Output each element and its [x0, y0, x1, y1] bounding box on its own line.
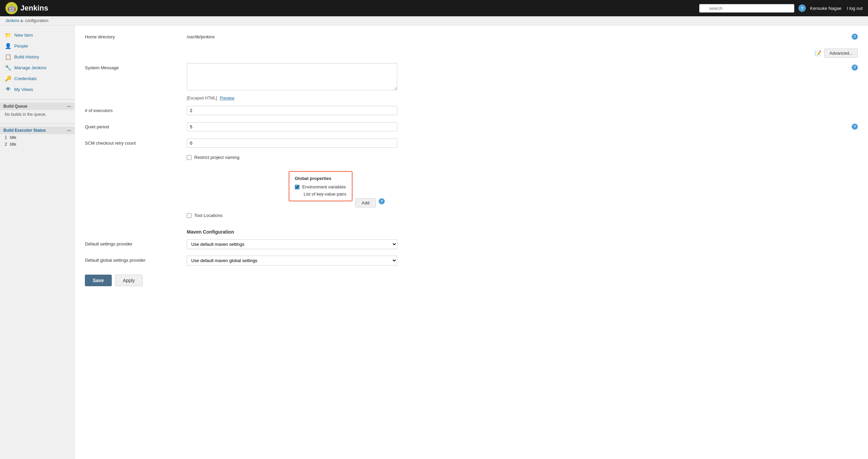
breadcrumb: Jenkins ▶ configuration: [0, 16, 868, 25]
tool-locations-value: Tool Locations: [187, 213, 858, 218]
new-item-icon: 📁: [5, 32, 12, 38]
advanced-button[interactable]: Advanced...: [824, 49, 858, 58]
tool-locations-checkbox[interactable]: [187, 213, 192, 218]
user-name[interactable]: Kensuke Nagae: [810, 6, 842, 11]
build-queue-header: Build Queue —: [0, 103, 74, 110]
sidebar-item-label: My Views: [14, 87, 33, 92]
breadcrumb-current: configuration: [25, 18, 49, 23]
build-queue-section: Build Queue — No builds in the queue.: [0, 99, 74, 119]
home-directory-row: Home directory /var/lib/jenkins ?: [85, 32, 858, 43]
default-settings-select[interactable]: Use default maven settings Other option …: [187, 239, 397, 249]
restrict-project-label: Restrict project naming: [194, 155, 239, 160]
people-icon: 👤: [5, 42, 12, 49]
sidebar-item-label: People: [14, 43, 28, 49]
executor-status-1: Idle: [10, 135, 16, 140]
quiet-period-input[interactable]: [187, 122, 397, 131]
sidebar-item-label: Credentials: [14, 76, 37, 81]
logo[interactable]: 🤖 Jenkins: [5, 2, 48, 14]
restrict-project-value: Restrict project naming: [187, 155, 858, 160]
sidebar-item-manage-jenkins[interactable]: 🔧 Manage Jenkins: [0, 62, 74, 73]
sidebar-item-label: Build History: [14, 54, 39, 59]
restrict-project-checkbox[interactable]: [187, 155, 192, 160]
jenkins-logo-icon: 🤖: [5, 2, 18, 14]
home-directory-label: Home directory: [85, 32, 187, 39]
quiet-period-value: [187, 122, 852, 131]
restrict-project-row: Restrict project naming: [85, 155, 858, 166]
default-settings-value: Use default maven settings Other option …: [187, 239, 858, 249]
build-queue-toggle[interactable]: —: [67, 104, 71, 109]
tool-locations-row: Tool Locations: [85, 213, 858, 224]
build-queue-empty: No builds in the queue.: [0, 110, 74, 119]
quiet-period-help-icon[interactable]: ?: [852, 124, 858, 130]
add-button[interactable]: Add: [355, 198, 376, 207]
system-message-input[interactable]: [187, 63, 397, 90]
advanced-button-label: Advanced...: [829, 51, 853, 56]
escaped-html-row: [Escaped HTML] Preview: [187, 96, 858, 100]
build-queue-title: Build Queue: [3, 104, 28, 109]
save-button[interactable]: Save: [85, 275, 112, 286]
breadcrumb-separator: ▶: [21, 18, 24, 23]
layout: 📁 New Item 👤 People 📋 Build History 🔧 Ma…: [0, 25, 868, 459]
env-variables-row: Environment variables: [295, 184, 346, 189]
home-directory-text: /var/lib/jenkins: [187, 32, 215, 39]
env-variables-label: Environment variables: [302, 184, 346, 189]
search-input[interactable]: [699, 4, 794, 13]
header: 🤖 Jenkins 🔍 ? Kensuke Nagae I log out: [0, 0, 868, 16]
sidebar-item-people[interactable]: 👤 People: [0, 40, 74, 51]
quiet-period-row: Quiet period ?: [85, 122, 858, 133]
env-variables-checkbox[interactable]: [295, 185, 300, 189]
apply-button[interactable]: Apply: [115, 275, 143, 286]
executor-status-2: Idle: [10, 142, 16, 147]
build-executor-toggle[interactable]: —: [67, 128, 71, 133]
scm-checkout-value: [187, 139, 858, 148]
escaped-html-label: [Escaped HTML]: [187, 96, 217, 100]
executor-row-2: 2 Idle: [0, 141, 74, 148]
apply-button-label: Apply: [123, 278, 135, 283]
scm-checkout-input[interactable]: [187, 139, 397, 148]
default-global-settings-row: Default global settings provider Use def…: [85, 256, 858, 267]
default-global-settings-select[interactable]: Use default maven global settings Other …: [187, 256, 397, 265]
search-wrap: 🔍: [699, 4, 794, 13]
sidebar-item-credentials[interactable]: 🔑 Credentials: [0, 73, 74, 84]
global-props-help-icon[interactable]: ?: [379, 198, 385, 204]
executors-input[interactable]: [187, 106, 397, 115]
save-button-label: Save: [93, 278, 104, 283]
add-button-wrap: Add: [355, 171, 376, 207]
sidebar-item-build-history[interactable]: 📋 Build History: [0, 51, 74, 62]
manage-jenkins-icon: 🔧: [5, 64, 12, 71]
key-value-label: List of key-value pairs: [304, 191, 346, 197]
scm-checkout-row: SCM checkout retry count: [85, 139, 858, 149]
logout-link[interactable]: I log out: [847, 6, 863, 11]
system-message-row: System Message ?: [85, 63, 858, 90]
footer-buttons: Save Apply: [85, 275, 858, 286]
sidebar-item-my-views[interactable]: 👁 My Views: [0, 84, 74, 95]
home-directory-help-icon[interactable]: ?: [852, 34, 858, 40]
build-executor-title[interactable]: Build Executor Status: [3, 128, 46, 133]
global-properties-box: Global properties Environment variables …: [289, 171, 352, 201]
my-views-icon: 👁: [5, 86, 12, 93]
executors-value: [187, 106, 858, 115]
sidebar-item-new-item[interactable]: 📁 New Item: [0, 30, 74, 40]
main-content: Home directory /var/lib/jenkins ? 📝 Adva…: [75, 25, 868, 459]
quiet-period-label: Quiet period: [85, 122, 187, 129]
advanced-row: 📝 Advanced...: [85, 49, 858, 58]
preview-link[interactable]: Preview: [220, 96, 234, 100]
sidebar-item-label: Manage Jenkins: [14, 65, 47, 70]
sidebar-item-label: New Item: [14, 33, 33, 38]
add-button-label: Add: [362, 200, 369, 205]
home-directory-value: /var/lib/jenkins: [187, 32, 852, 39]
executors-row: # of executors: [85, 106, 858, 117]
executor-number-1: 1: [5, 135, 7, 140]
breadcrumb-home[interactable]: Jenkins: [5, 18, 19, 23]
help-icon[interactable]: ?: [798, 4, 806, 12]
global-properties-container: Global properties Environment variables …: [85, 171, 858, 207]
executor-row-1: 1 Idle: [0, 134, 74, 141]
default-settings-row: Default settings provider Use default ma…: [85, 239, 858, 250]
system-message-help-icon[interactable]: ?: [852, 65, 858, 71]
build-history-icon: 📋: [5, 53, 12, 60]
default-settings-label: Default settings provider: [85, 239, 187, 246]
system-message-label: System Message: [85, 63, 187, 70]
executors-label: # of executors: [85, 106, 187, 113]
global-properties-title: Global properties: [295, 176, 346, 181]
build-executor-header: Build Executor Status —: [0, 127, 74, 134]
